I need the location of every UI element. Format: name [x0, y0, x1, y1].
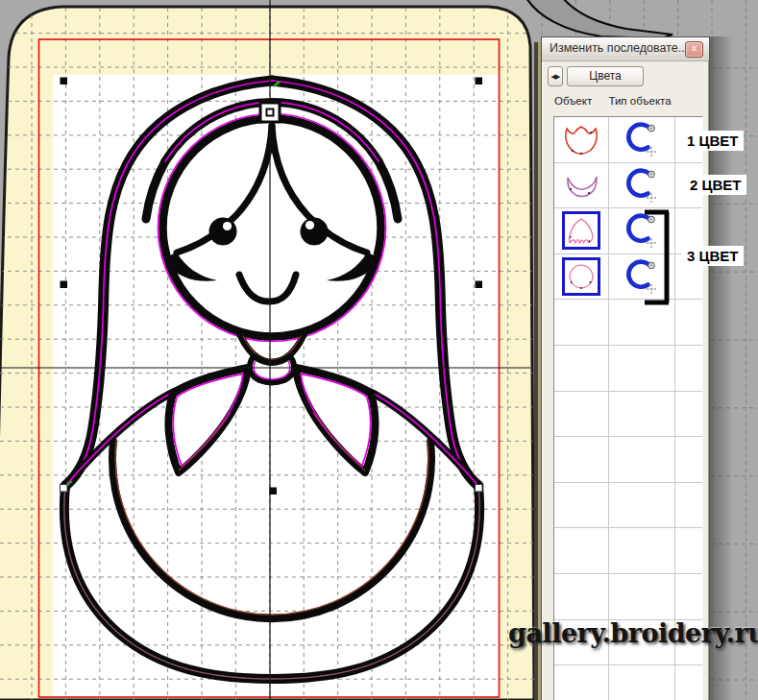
column-header-object: Объект [554, 95, 592, 107]
object-row-circle-outline[interactable] [554, 254, 702, 301]
curve-type-icon [621, 165, 663, 205]
list-cell [554, 392, 609, 438]
start-point-marker[interactable] [260, 103, 280, 122]
list-cell [609, 392, 675, 438]
list-cell [675, 437, 702, 483]
list-cell [609, 483, 675, 529]
empty-row [554, 574, 702, 620]
object-thumbnail[interactable] [562, 257, 600, 296]
empty-row [554, 300, 702, 346]
watermark-text: gallery.broidery.ru [508, 618, 758, 648]
scarf-knot [250, 356, 294, 382]
object-thumbnail[interactable] [562, 166, 600, 205]
list-cell [609, 665, 675, 700]
annotation-color-2: 2 ЦВЕТ [684, 175, 746, 195]
colors-button[interactable]: Цвета [567, 66, 644, 86]
color-group-bracket [639, 205, 677, 309]
object-row-scarf-top-outline[interactable] [554, 117, 702, 163]
list-cell [554, 254, 609, 301]
curve-type-icon [621, 119, 663, 159]
list-cell [609, 437, 675, 483]
list-column-headers: Объект Тип объекта [554, 95, 672, 107]
handle-bottom-right[interactable] [476, 485, 483, 493]
column-header-type: Тип объекта [608, 95, 671, 107]
eye-right [301, 218, 329, 246]
list-cell [675, 483, 702, 529]
eye-left [209, 218, 237, 246]
list-cell [554, 483, 609, 529]
panel-title: Изменить последовате... [550, 41, 688, 55]
empty-row [554, 483, 702, 529]
list-cell [554, 300, 609, 346]
empty-row [554, 392, 702, 438]
list-cell [675, 574, 702, 620]
handle-mid-left[interactable] [61, 281, 68, 289]
list-cell [554, 346, 609, 392]
collapse-arrows-button[interactable]: ◀▶ [548, 66, 563, 86]
list-cell [554, 437, 609, 483]
handle-mid-right[interactable] [476, 281, 483, 289]
empty-row [554, 437, 702, 483]
list-cell [609, 163, 675, 209]
handle-top-right[interactable] [476, 78, 483, 85]
object-thumbnail[interactable] [562, 211, 600, 250]
annotation-color-1: 1 ЦВЕТ [681, 131, 744, 151]
list-cell [675, 300, 702, 346]
list-cell [609, 117, 675, 163]
handle-bottom-center[interactable] [270, 488, 278, 495]
list-cell [609, 574, 675, 620]
close-icon[interactable]: x [685, 41, 703, 58]
panel-toolbar: ◀▶ Цвета [542, 64, 709, 87]
list-cell [675, 665, 702, 700]
list-cell [675, 392, 702, 438]
list-cell [554, 574, 609, 620]
list-cell [554, 208, 609, 254]
panel-titlebar[interactable]: Изменить последовате... x [542, 37, 709, 61]
object-sequence-list[interactable] [553, 116, 703, 700]
list-cell [675, 528, 702, 574]
list-cell [554, 163, 609, 209]
annotation-color-3: 3 ЦВЕТ [681, 246, 744, 266]
list-cell [554, 117, 609, 163]
list-cell [554, 528, 609, 574]
list-cell [609, 346, 675, 392]
embroidery-app-window: Изменить последовате... x ◀▶ Цвета Объек… [0, 0, 758, 700]
empty-row [554, 346, 702, 392]
list-cell [554, 665, 609, 700]
object-row-bell-body-outline[interactable] [554, 208, 702, 254]
list-cell [675, 346, 702, 392]
object-thumbnail[interactable] [562, 120, 600, 158]
empty-row [554, 665, 702, 700]
eye-left-highlight [223, 222, 232, 230]
handle-top-left[interactable] [61, 78, 68, 85]
object-row-scarf-crescent-outline[interactable] [554, 163, 702, 209]
eye-right-highlight [306, 221, 314, 229]
empty-row [554, 528, 702, 574]
list-cell [609, 528, 675, 574]
